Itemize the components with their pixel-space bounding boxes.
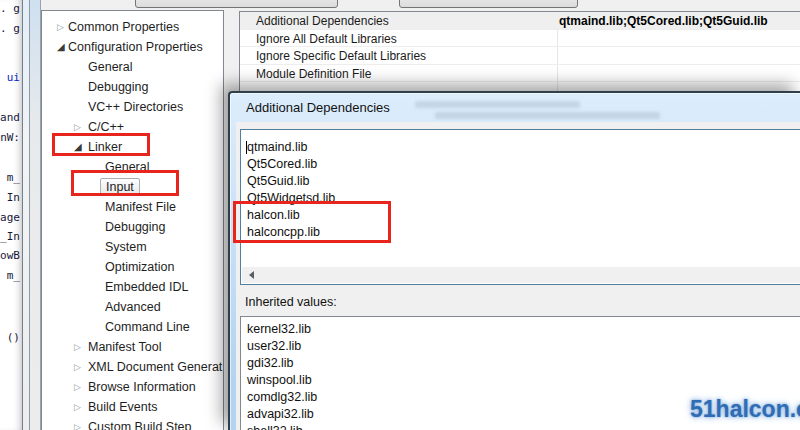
inherited-entry: shell32.lib xyxy=(247,423,317,430)
inherited-entry: winspool.lib xyxy=(247,372,317,389)
tree-item-advanced[interactable]: Advanced xyxy=(42,297,223,317)
dependency-entry[interactable]: qtmaind.lib xyxy=(247,139,335,156)
code-fragment: dowB xyxy=(0,249,20,262)
window-glass-border xyxy=(22,0,30,430)
property-pages-tree: ▷Common Properties ◢Configuration Proper… xyxy=(41,10,224,430)
property-name: Ignore Specific Default Libraries xyxy=(256,48,426,64)
tree-item-embedded-idl[interactable]: Embedded IDL xyxy=(42,277,223,297)
inherited-entry: comdlg32.lib xyxy=(247,389,317,406)
tree-item-configuration-properties[interactable]: ◢Configuration Properties xyxy=(42,37,223,57)
configuration-combo-button[interactable] xyxy=(135,0,338,8)
tree-item-xml-document-generator[interactable]: ▷XML Document Generat xyxy=(42,357,223,377)
code-fragment: nage xyxy=(0,211,20,224)
expander-collapsed-icon[interactable]: ▷ xyxy=(74,417,81,430)
tree-item-linker-debugging[interactable]: Debugging xyxy=(42,217,223,237)
inherited-entry: gdi32.lib xyxy=(247,355,317,372)
code-fragment: nW: xyxy=(0,131,20,144)
code-editor-strip: l. g i. g = ui Hand nW: m_ , In nage n_I… xyxy=(0,0,22,430)
glass-ghost-artifact xyxy=(415,101,580,108)
annotation-box-input xyxy=(71,170,179,196)
horizontal-scrollbar[interactable] xyxy=(242,267,800,283)
inherited-entry: advapi32.lib xyxy=(247,406,317,423)
tree-item-debugging[interactable]: Debugging xyxy=(42,77,223,97)
code-fragment: = ui xyxy=(0,71,20,84)
dependency-entry[interactable]: Qt5Cored.lib xyxy=(247,156,335,173)
dialog-client-area: qtmaind.lib Qt5Cored.lib Qt5Guid.lib Qt5… xyxy=(236,122,800,430)
tree-item-command-line[interactable]: Command Line xyxy=(42,317,223,337)
tree-item-optimization[interactable]: Optimization xyxy=(42,257,223,277)
annotation-box-linker xyxy=(52,133,150,156)
scroll-left-arrow-icon[interactable] xyxy=(249,271,254,279)
dependency-entry[interactable]: Qt5Guid.lib xyxy=(247,173,335,190)
inherited-entry: kernel32.lib xyxy=(247,321,317,338)
expander-collapsed-icon[interactable]: ▷ xyxy=(74,377,81,397)
grid-row-additional-dependencies[interactable]: Additional Dependencies qtmaind.lib;Qt5C… xyxy=(240,12,800,30)
expander-collapsed-icon[interactable]: ▷ xyxy=(57,17,64,37)
tree-item-vcpp-directories[interactable]: VC++ Directories xyxy=(42,97,223,117)
grid-row-ignore-specific-default-libraries[interactable]: Ignore Specific Default Libraries xyxy=(240,47,800,65)
platform-combo-button[interactable] xyxy=(399,0,578,8)
code-fragment: m_ xyxy=(7,171,20,184)
grid-row-ignore-all-default-libraries[interactable]: Ignore All Default Libraries xyxy=(240,30,800,48)
code-fragment: , In xyxy=(0,191,20,204)
dialog-title: Additional Dependencies xyxy=(246,100,390,115)
expander-collapsed-icon[interactable]: ▷ xyxy=(74,397,81,417)
code-fragment: l. g xyxy=(0,2,20,15)
inherited-entry: user32.lib xyxy=(247,338,317,355)
property-name: Ignore All Default Libraries xyxy=(256,31,397,47)
tree-item-system[interactable]: System xyxy=(42,237,223,257)
tree-item-common-properties[interactable]: ▷Common Properties xyxy=(42,17,223,37)
tree-item-general[interactable]: General xyxy=(42,57,223,77)
annotation-box-halcon-libs xyxy=(233,201,391,243)
grid-row-module-definition-file[interactable]: Module Definition File xyxy=(240,65,800,83)
expander-expanded-icon[interactable]: ◢ xyxy=(57,37,65,57)
additional-dependencies-dialog: Additional Dependencies qtmaind.lib Qt5C… xyxy=(228,91,800,430)
property-name: Module Definition File xyxy=(256,66,371,82)
expander-collapsed-icon[interactable]: ▷ xyxy=(74,357,81,377)
property-value[interactable]: qtmaind.lib;Qt5Cored.lib;Qt5Guid.lib xyxy=(559,13,768,29)
code-fragment: () xyxy=(7,331,20,344)
glass-ghost-artifact xyxy=(435,112,660,119)
tree-item-browse-information[interactable]: ▷Browse Information xyxy=(42,377,223,397)
code-fragment: e, m_ xyxy=(0,269,20,282)
tree-item-build-events[interactable]: ▷Build Events xyxy=(42,397,223,417)
code-fragment: i. g xyxy=(0,22,20,35)
window-glass-border-inner xyxy=(30,0,41,430)
expander-collapsed-icon[interactable]: ▷ xyxy=(74,337,81,357)
watermark: 51halcon.com xyxy=(690,396,800,423)
tree-item-manifest-file[interactable]: Manifest File xyxy=(42,197,223,217)
code-fragment: n_In xyxy=(0,230,20,243)
property-name: Additional Dependencies xyxy=(256,13,389,29)
tree-item-manifest-tool[interactable]: ▷Manifest Tool xyxy=(42,337,223,357)
inherited-values-label: Inherited values: xyxy=(245,295,337,309)
code-fragment: Hand xyxy=(0,111,20,124)
tree-item-custom-build-step[interactable]: ▷Custom Build Step xyxy=(42,417,223,430)
